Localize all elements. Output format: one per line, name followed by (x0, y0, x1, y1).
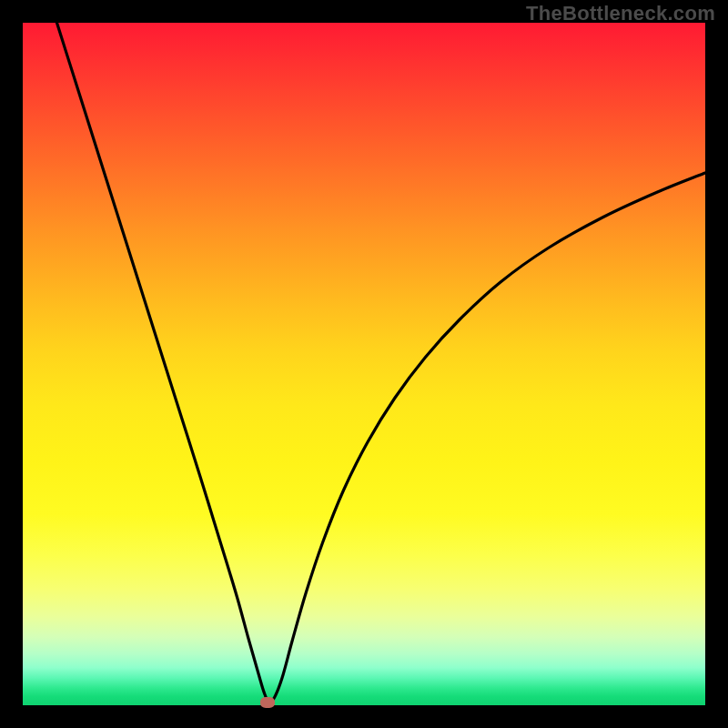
bottleneck-curve (23, 23, 705, 705)
optimal-point-marker (260, 697, 275, 708)
chart-frame: TheBottleneck.com (0, 0, 728, 728)
plot-area (23, 23, 705, 705)
